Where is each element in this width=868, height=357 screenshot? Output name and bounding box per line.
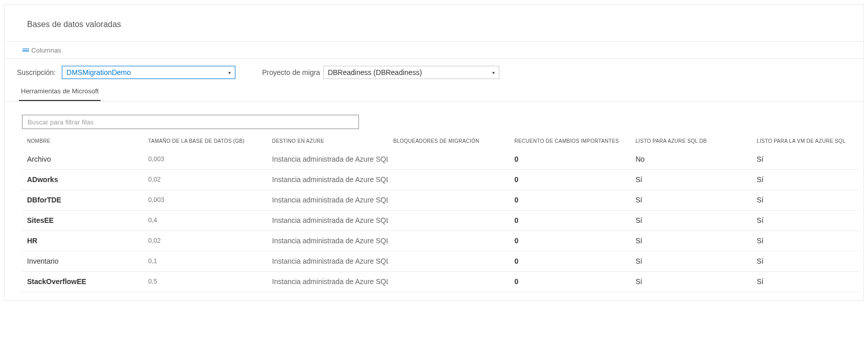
databases-table: Nombre Tamaño de la base de datos (GB) D… [22,132,859,292]
cell-ready-db: Sí [631,169,752,190]
table-row[interactable]: DBforTDE0,003Instancia administrada de A… [22,190,859,210]
cell-blockers [388,190,509,210]
assessed-databases-panel: Bases de datos valoradas ≡≡ Columnas Sus… [4,4,864,301]
cell-size: 0,5 [143,271,267,292]
cell-ready-db: No [631,149,752,169]
cell-ready-db: Sí [631,231,752,251]
cell-ready-vm: Sí [752,210,859,231]
cell-changes: 0 [509,210,630,231]
chevron-down-icon: ▾ [492,70,495,75]
filter-bar: Suscripción: DMSMigrationDemo ▾ Proyecto… [5,59,863,85]
table-row[interactable]: SitesEE0,4Instancia administrada de Azur… [22,210,859,231]
filter-rows-input[interactable] [22,115,359,129]
cell-name: ADworks [22,169,143,190]
cell-destination: Instancia administrada de Azure SQL… 0 [267,271,388,292]
cell-ready-vm: Sí [752,169,859,190]
columns-icon: ≡≡ [22,46,28,54]
cell-name: Archivo [22,149,143,169]
col-changes[interactable]: Recuento de cambios importantes [509,132,630,149]
cell-ready-vm: Sí [752,271,859,292]
edit-columns-label: Columnas [31,46,61,54]
cell-changes: 0 [509,169,630,190]
cell-name: StackOverflowEE [22,271,143,292]
cell-blockers [388,210,509,231]
cell-name: DBforTDE [22,190,143,210]
cell-size: 0,003 [143,149,267,169]
cell-size: 0,003 [143,190,267,210]
project-label: Proyecto de migra [262,68,320,76]
cell-name: SitesEE [22,210,143,231]
tool-tabs: Herramientas de Microsoft [5,85,863,101]
table-row[interactable]: Inventario0,1Instancia administrada de A… [22,251,859,271]
col-ready-vm[interactable]: Listo para la VM de Azure SQL [752,132,859,149]
cell-blockers [388,149,509,169]
table-row[interactable]: StackOverflowEE0,5Instancia administrada… [22,271,859,292]
subscription-label: Suscripción: [17,68,56,76]
cell-blockers [388,231,509,251]
cell-ready-vm: Sí [752,231,859,251]
project-value: DBReadiness (DBReadiness) [328,68,422,76]
cell-blockers [388,271,509,292]
col-name[interactable]: Nombre [22,132,143,149]
cell-destination: Instancia administrada de Azure SQL… 1 [267,149,388,169]
table-header-row: Nombre Tamaño de la base de datos (GB) D… [22,132,859,149]
col-blockers[interactable]: Bloqueadores de migración [388,132,509,149]
cell-ready-vm: Sí [752,190,859,210]
chevron-down-icon: ▾ [228,70,231,75]
col-size[interactable]: Tamaño de la base de datos (GB) [143,132,267,149]
table-row[interactable]: Archivo0,003Instancia administrada de Az… [22,149,859,169]
project-dropdown[interactable]: DBReadiness (DBReadiness) ▾ [323,66,499,79]
cell-changes: 0 [509,271,630,292]
cell-ready-db: Sí [631,190,752,210]
page-title: Bases de datos valoradas [5,5,863,41]
cell-ready-db: Sí [631,271,752,292]
cell-name: Inventario [22,251,143,271]
table-row[interactable]: ADworks0,02Instancia administrada de Azu… [22,169,859,190]
cell-blockers [388,169,509,190]
cell-changes: 0 [509,251,630,271]
edit-columns-button[interactable]: ≡≡ Columnas [22,46,61,54]
cell-size: 0,02 [143,231,267,251]
cell-blockers [388,251,509,271]
col-dest[interactable]: Destino en Azure [267,132,388,149]
cell-changes: 0 [509,231,630,251]
table-row[interactable]: HR0,02Instancia administrada de Azure SQ… [22,231,859,251]
subscription-dropdown[interactable]: DMSMigrationDemo ▾ [62,66,235,79]
cell-destination: Instancia administrada de Azure SQL… 0 [267,169,388,190]
cell-destination: Instancia administrada de Azure SQL… 0 [267,251,388,271]
col-ready-db[interactable]: Listo para Azure SQL DB [631,132,752,149]
cell-ready-vm: Sí [752,149,859,169]
cell-ready-db: Sí [631,210,752,231]
subscription-value: DMSMigrationDemo [66,68,131,76]
cell-ready-db: Sí [631,251,752,271]
cell-destination: Instancia administrada de Azure SQL… 0 [267,190,388,210]
cell-changes: 0 [509,190,630,210]
tab-microsoft-tools[interactable]: Herramientas de Microsoft [19,87,101,101]
cell-changes: 0 [509,149,630,169]
table-area: Nombre Tamaño de la base de datos (GB) D… [5,101,863,300]
cell-size: 0,02 [143,169,267,190]
cell-size: 0,4 [143,210,267,231]
cell-size: 0,1 [143,251,267,271]
toolbar: ≡≡ Columnas [5,41,863,59]
cell-destination: Instancia administrada de Azure SQL… 0 [267,231,388,251]
cell-name: HR [22,231,143,251]
cell-destination: Instancia administrada de Azure SQL… 0 [267,210,388,231]
cell-ready-vm: Sí [752,251,859,271]
